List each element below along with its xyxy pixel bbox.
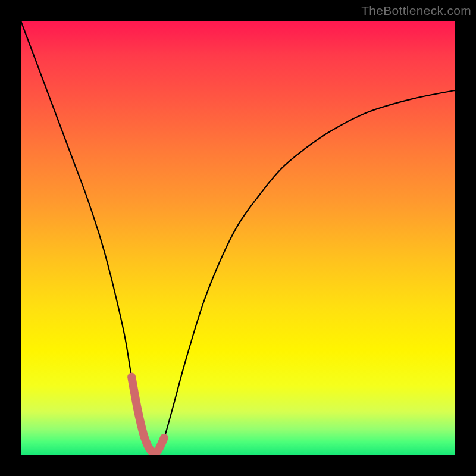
plot-area bbox=[21, 21, 455, 455]
curve-svg bbox=[21, 21, 455, 455]
watermark-text: TheBottleneck.com bbox=[361, 4, 471, 18]
bottleneck-curve bbox=[21, 21, 455, 453]
trough-marker bbox=[131, 377, 164, 453]
chart-frame: TheBottleneck.com bbox=[0, 0, 476, 476]
